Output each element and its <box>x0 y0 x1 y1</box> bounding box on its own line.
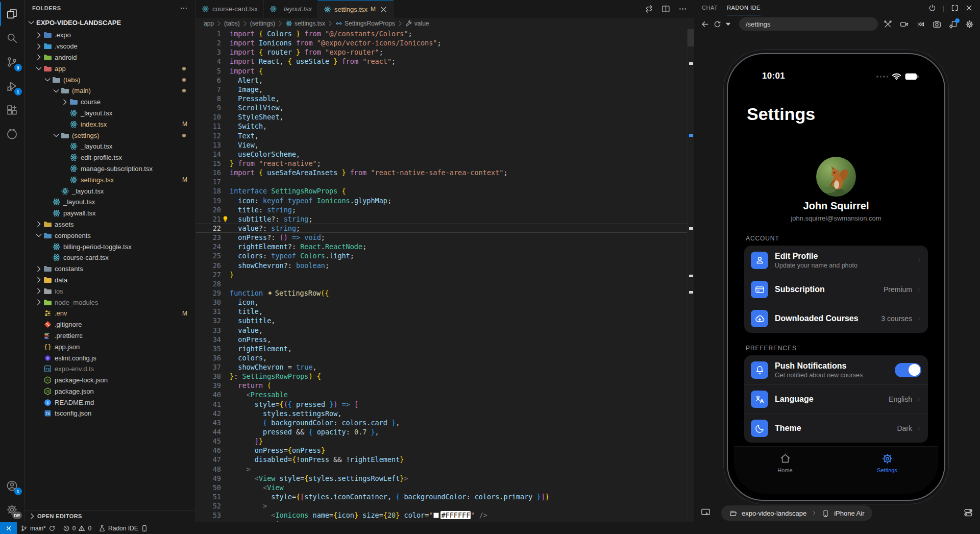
activity-item-extensions[interactable] <box>0 98 24 122</box>
activity-item-source-control[interactable]: 3 <box>0 50 24 74</box>
tree-item-billing-period-toggle-tsx[interactable]: billing-period-toggle.tsx <box>25 241 195 252</box>
expand-icon[interactable] <box>951 4 959 12</box>
tree-item--layout-tsx[interactable]: _layout.tsx <box>25 197 195 208</box>
tree-item-node-modules[interactable]: node_modules <box>25 297 195 308</box>
status-problems[interactable]: 00 <box>59 522 95 534</box>
toggle-switch-on[interactable] <box>895 363 921 377</box>
tree-item--vscode[interactable]: .vscode <box>25 41 195 52</box>
settings-row-subscription[interactable]: SubscriptionPremium <box>744 275 928 304</box>
tree-item-paywall-tsx[interactable]: paywall.tsx <box>25 208 195 219</box>
tree-item-edit-profile-tsx[interactable]: edit-profile.tsx <box>25 152 195 163</box>
tree-item--settings-[interactable]: (settings) <box>25 130 195 141</box>
editor-tab-settings-tsx[interactable]: settings.tsxM <box>318 0 394 18</box>
tree-item-assets[interactable]: assets <box>25 219 195 230</box>
tree-item--env[interactable]: .envM <box>25 308 195 319</box>
activity-item-github[interactable] <box>0 122 24 146</box>
phone-tab-home[interactable]: Home <box>734 447 836 494</box>
editor-tab-course-card-tsx[interactable]: course-card.tsx <box>196 0 264 18</box>
settings-row-push-notifications[interactable]: Push NotificationsGet notified about new… <box>744 355 928 384</box>
line-text: rightElement?: React.ReactNode; <box>221 242 366 251</box>
tree-item-app[interactable]: app <box>25 63 195 74</box>
tree-item--expo[interactable]: .expo <box>25 30 195 41</box>
lightbulb-icon[interactable] <box>222 215 229 222</box>
tree-item-expo-env-d-ts[interactable]: TSexpo-env.d.ts <box>25 363 195 375</box>
panel-settings-toggles-icon[interactable] <box>964 508 973 517</box>
activity-item-accounts[interactable]: 1 <box>0 474 24 498</box>
tree-item-eslint-config-js[interactable]: eslint.config.js <box>25 352 195 363</box>
url-bar[interactable]: /settings <box>739 17 878 31</box>
settings-row-language[interactable]: LanguageEnglish <box>744 384 928 414</box>
status-git-branch[interactable]: main* <box>17 522 59 534</box>
tree-item-components[interactable]: components <box>25 230 195 241</box>
settings-row-edit-profile[interactable]: Edit ProfileUpdate your name and photo <box>744 246 928 275</box>
tree-item--tabs-[interactable]: (tabs) <box>25 74 195 85</box>
activity-item-manage[interactable]: DE <box>0 498 24 522</box>
device-screen[interactable]: 10:01 Settings <box>734 60 938 494</box>
breadcrumb-item-settings-tsx[interactable]: settings.tsx <box>285 20 325 27</box>
open-editors-section[interactable]: OPEN EDITORS <box>25 510 195 522</box>
breadcrumb-item--tabs-[interactable]: (tabs) <box>224 20 240 27</box>
activity-item-search[interactable] <box>0 26 24 50</box>
skip-back-icon[interactable] <box>916 20 925 29</box>
tree-item-tsconfig-json[interactable]: TStsconfig.json <box>25 408 195 419</box>
tree-item-android[interactable]: android <box>25 52 195 63</box>
breadcrumb-item-value[interactable]: value <box>405 20 429 27</box>
gear-icon[interactable] <box>965 20 974 29</box>
breadcrumb[interactable]: app(tabs)(settings)settings.tsxSettingsR… <box>196 18 694 29</box>
tree-item--layout-tsx[interactable]: _layout.tsx <box>25 141 195 152</box>
status-remote-indicator[interactable] <box>0 522 17 534</box>
tree-item-constants[interactable]: constants <box>25 263 195 275</box>
more-actions-icon[interactable] <box>180 4 188 12</box>
close-icon[interactable] <box>380 6 387 13</box>
status-radon-ide-status[interactable]: Radon IDE <box>95 522 152 534</box>
inspect-screen-icon[interactable] <box>701 507 710 517</box>
power-icon[interactable] <box>928 4 936 12</box>
back-icon[interactable] <box>701 20 709 29</box>
phone-tab-settings[interactable]: Settings <box>836 447 938 494</box>
tree-item-index-tsx[interactable]: index.tsxM <box>25 118 195 130</box>
device-selector[interactable]: expo-video-landscape iPhone Air <box>721 505 872 521</box>
camera-icon[interactable] <box>933 20 941 29</box>
breadcrumb-item-settingsrowprops[interactable]: SettingsRowProps <box>335 20 395 27</box>
caret-down-icon[interactable] <box>724 20 732 29</box>
settings-row-downloaded-courses[interactable]: Downloaded Courses3 courses <box>744 304 928 333</box>
tree-item-readme-md[interactable]: iREADME.md <box>25 397 195 408</box>
avatar[interactable] <box>816 157 856 197</box>
activity-item-run-and-debug[interactable]: 1 <box>0 74 24 98</box>
tools-icon[interactable] <box>884 20 892 29</box>
split-editor-icon[interactable] <box>662 5 670 13</box>
panel-tab-radon-ide[interactable]: RADON IDE <box>727 0 761 15</box>
tree-item-ios[interactable]: ios <box>25 285 195 297</box>
tree-item--main-[interactable]: (main) <box>25 85 195 96</box>
device-profile-icon[interactable] <box>949 20 958 29</box>
tree-item-settings-tsx[interactable]: settings.tsxM <box>25 174 195 185</box>
breadcrumb-item-app[interactable]: app <box>204 20 214 27</box>
settings-row-theme[interactable]: ThemeDark <box>744 414 928 443</box>
tree-item--prettierrc[interactable]: .prettierrc <box>25 330 195 342</box>
tree-item-package-lock-json[interactable]: JSpackage-lock.json <box>25 375 195 386</box>
more-actions-icon[interactable] <box>678 5 687 13</box>
scrollbar-slider[interactable] <box>688 29 694 46</box>
tree-item-manage-subscription-tsx[interactable]: manage-subscription.tsx <box>25 163 195 175</box>
tree-item-app-json[interactable]: {}app.json <box>25 341 195 352</box>
indent-spacer <box>61 176 69 184</box>
overview-ruler[interactable] <box>687 29 694 522</box>
tree-root[interactable]: EXPO-VIDEO-LANDSCAPE <box>25 16 195 29</box>
tree-item-course[interactable]: course <box>25 96 195 108</box>
tree-item--layout-tsx[interactable]: _layout.tsx <box>25 108 195 119</box>
video-camera-icon[interactable] <box>900 20 909 29</box>
refresh-icon[interactable] <box>713 20 722 29</box>
close-icon[interactable] <box>965 4 973 12</box>
tree-item-course-card-tsx[interactable]: course-card.tsx <box>25 252 195 263</box>
tree-item--layout-tsx[interactable]: _layout.tsx <box>25 185 195 197</box>
activity-item-explorer[interactable] <box>0 2 24 26</box>
panel-tab-chat[interactable]: CHAT <box>702 0 718 15</box>
react-file-icon <box>69 120 78 129</box>
editor-tab--layout-tsx[interactable]: _layout.tsx <box>264 0 318 18</box>
tree-item-package-json[interactable]: JSpackage.json <box>25 386 195 397</box>
tree-item-data[interactable]: data <box>25 275 195 286</box>
tree-item--gitignore[interactable]: .gitignore <box>25 319 195 330</box>
compare-changes-icon[interactable] <box>645 5 653 13</box>
code-editor[interactable]: 1import { Colors } from "@/constants/Col… <box>196 29 687 522</box>
breadcrumb-item--settings-[interactable]: (settings) <box>250 20 275 27</box>
